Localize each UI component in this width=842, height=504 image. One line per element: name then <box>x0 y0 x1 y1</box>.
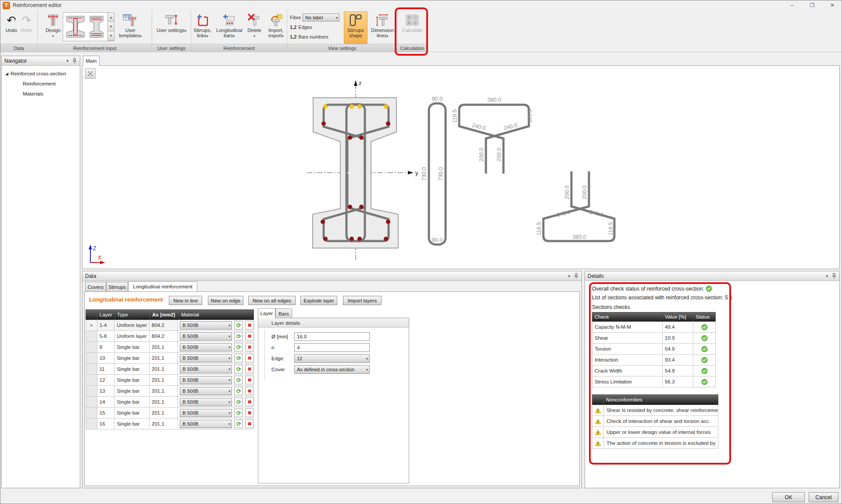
refresh-material-button[interactable]: ⟳ <box>234 419 243 428</box>
row-selector-cell[interactable] <box>86 408 97 418</box>
type-cell[interactable]: Single bar <box>114 419 149 429</box>
row-selector-cell[interactable] <box>86 397 97 407</box>
type-cell[interactable]: Uniform layer <box>114 320 149 330</box>
n-input[interactable]: 4 <box>294 343 370 352</box>
delete-layer-button[interactable]: ✖ <box>245 332 254 341</box>
layer-row[interactable]: 10Single bar201.1B 500B▾⟳✖ <box>86 353 254 364</box>
layer-row[interactable]: 14Single bar201.1B 500B▾⟳✖ <box>86 397 254 408</box>
longitudinal-bars-button[interactable]: Longitudinal bars▾ <box>215 11 244 40</box>
layer-row[interactable]: 5-8Uniform layer804.2B 500B▾⟳✖ <box>86 331 254 342</box>
zoom-extents-button[interactable] <box>85 68 96 79</box>
as-cell[interactable]: 804.2 <box>150 331 178 341</box>
delete-layer-button[interactable]: ✖ <box>245 343 254 351</box>
row-selector-cell[interactable] <box>86 342 97 352</box>
refresh-material-button[interactable]: ⟳ <box>234 387 243 395</box>
layer-row[interactable]: >1-4Uniform layer804.2B 500B▾⟳✖ <box>86 320 254 331</box>
pin-icon[interactable] <box>574 273 579 279</box>
gallery-down-button[interactable]: ▼ <box>108 22 114 31</box>
row-selector-cell[interactable]: > <box>86 320 97 330</box>
stirrups-shape-button[interactable]: Stirrups shape <box>344 11 367 44</box>
delete-layer-button[interactable]: ✖ <box>245 398 254 406</box>
delete-layer-button[interactable]: ✖ <box>245 419 254 428</box>
user-settings-button[interactable]: User settings▾ <box>155 11 188 35</box>
as-cell[interactable]: 201.1 <box>150 353 178 363</box>
as-cell[interactable]: 201.1 <box>150 419 178 429</box>
fibre-dropdown[interactable]: No label▾ <box>303 14 339 21</box>
row-selector-cell[interactable] <box>86 419 97 429</box>
tab-bars[interactable]: Bars <box>275 309 292 318</box>
delete-layer-button[interactable]: ✖ <box>245 376 254 384</box>
material-dropdown[interactable]: B 500B▾ <box>180 321 232 330</box>
as-cell[interactable]: 804.2 <box>150 320 178 330</box>
ok-button[interactable]: OK <box>772 492 805 502</box>
layer-cell[interactable]: 9 <box>97 342 115 352</box>
as-cell[interactable]: 201.1 <box>150 386 178 396</box>
as-cell[interactable]: 201.1 <box>150 375 178 385</box>
refresh-material-button[interactable]: ⟳ <box>234 321 243 330</box>
edge-dropdown[interactable]: 12▾ <box>294 354 370 363</box>
tab-covers[interactable]: Covers <box>85 282 106 291</box>
tree-expander-icon[interactable]: ◢ <box>5 71 11 76</box>
explode-layer-button[interactable]: Explode layer <box>300 296 337 305</box>
material-dropdown[interactable]: B 500B▾ <box>180 398 232 406</box>
delete-layer-button[interactable]: ✖ <box>245 354 254 362</box>
material-dropdown[interactable]: B 500B▾ <box>180 387 232 395</box>
gallery-up-button[interactable]: ▲ <box>108 13 114 22</box>
refresh-material-button[interactable]: ⟳ <box>234 398 243 406</box>
layer-row[interactable]: 12Single bar201.1B 500B▾⟳✖ <box>86 375 254 386</box>
material-dropdown[interactable]: B 500B▾ <box>180 332 232 341</box>
tab-stirrups[interactable]: Stirrups <box>106 282 128 291</box>
refresh-material-button[interactable]: ⟳ <box>234 332 243 341</box>
tab-main[interactable]: Main <box>83 56 100 66</box>
data-panel-menu-button[interactable]: ▾ <box>568 274 570 278</box>
design-button[interactable]: Design▾ <box>44 11 62 40</box>
refresh-material-button[interactable]: ⟳ <box>234 343 243 351</box>
layer-cell[interactable]: 14 <box>97 397 115 407</box>
layer-row[interactable]: 16Single bar201.1B 500B▾⟳✖ <box>86 419 254 429</box>
layer-cell[interactable]: 1-4 <box>97 320 115 330</box>
material-dropdown[interactable]: B 500B▾ <box>180 365 232 373</box>
template-gallery[interactable]: ▲ ▼ ▼ <box>63 12 114 41</box>
refresh-material-button[interactable]: ⟳ <box>234 376 243 384</box>
row-selector-cell[interactable] <box>86 353 97 363</box>
delete-layer-button[interactable]: ✖ <box>245 387 254 395</box>
type-cell[interactable]: Single bar <box>114 397 149 407</box>
close-button[interactable]: ✕ <box>822 0 842 10</box>
layer-row[interactable]: 9Single bar201.1B 500B▾⟳✖ <box>86 342 254 353</box>
import-layers-button[interactable]: Import layers <box>343 296 382 305</box>
tree-item-materials[interactable]: Materials <box>2 89 80 99</box>
edges-toggle[interactable]: 1,2 Edges <box>290 23 341 31</box>
type-cell[interactable]: Single bar <box>114 353 149 363</box>
layer-cell[interactable]: 10 <box>97 353 115 363</box>
layer-row[interactable]: 13Single bar201.1B 500B▾⟳✖ <box>86 386 254 397</box>
layer-cell[interactable]: 13 <box>97 386 115 396</box>
type-cell[interactable]: Single bar <box>114 386 149 396</box>
as-cell[interactable]: 201.1 <box>150 342 178 352</box>
tab-layer[interactable]: Layer <box>258 308 275 318</box>
layer-row[interactable]: 11Single bar201.1B 500B▾⟳✖ <box>86 364 254 375</box>
layer-cell[interactable]: 5-8 <box>97 331 115 341</box>
gallery-expand-button[interactable]: ▼ <box>108 32 114 41</box>
layer-cell[interactable]: 16 <box>97 419 115 429</box>
row-selector-cell[interactable] <box>86 386 97 396</box>
material-dropdown[interactable]: B 500B▾ <box>180 376 232 384</box>
minimize-button[interactable]: – <box>782 0 802 10</box>
tree-item-reinforcement[interactable]: Reinforcement <box>2 78 80 89</box>
template-thumbnail-i-section-2-icon[interactable] <box>88 14 105 39</box>
calculate-button[interactable]: Calculate <box>401 11 424 34</box>
stirrups-links-button[interactable]: Stirrups, links▾ <box>191 11 214 40</box>
material-dropdown[interactable]: B 500B▾ <box>180 343 232 351</box>
cancel-button[interactable]: Cancel <box>809 492 838 502</box>
tab-longitudinal-reinforcement[interactable]: Longitudinal reinforcement <box>128 281 197 291</box>
dimension-lines-button[interactable]: Dimension lines▾ <box>368 11 397 40</box>
import-export-button[interactable]: Import, export▾ <box>265 11 287 40</box>
row-selector-cell[interactable] <box>86 375 97 385</box>
layer-cell[interactable]: 15 <box>97 408 115 418</box>
undo-button[interactable]: ↶ Undo <box>4 11 18 34</box>
delete-button[interactable]: Delete▾ <box>245 11 264 40</box>
details-panel-menu-button[interactable]: ▾ <box>826 274 828 278</box>
navigator-menu-button[interactable]: ▾ <box>66 59 68 63</box>
new-on-all-edges-button[interactable]: New on all edges <box>248 296 296 305</box>
material-dropdown[interactable]: B 500B▾ <box>180 420 232 428</box>
refresh-material-button[interactable]: ⟳ <box>234 408 243 417</box>
